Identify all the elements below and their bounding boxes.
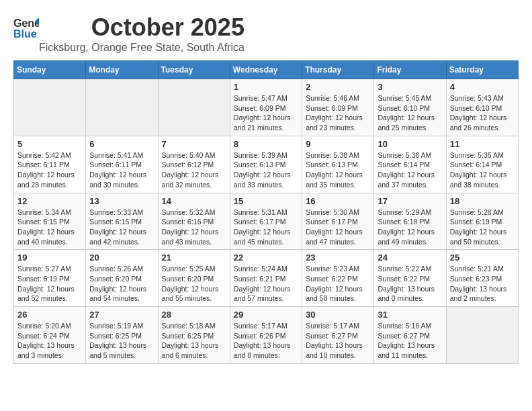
table-row bbox=[446, 307, 518, 364]
day-number: 31 bbox=[378, 310, 442, 320]
day-info: Sunrise: 5:35 AM Sunset: 6:14 PM Dayligh… bbox=[450, 150, 515, 190]
day-info: Sunrise: 5:36 AM Sunset: 6:14 PM Dayligh… bbox=[378, 150, 442, 190]
table-row: 11Sunrise: 5:35 AM Sunset: 6:14 PM Dayli… bbox=[446, 136, 518, 193]
day-info: Sunrise: 5:29 AM Sunset: 6:18 PM Dayligh… bbox=[378, 208, 442, 247]
svg-text:Blue: Blue bbox=[13, 28, 37, 39]
day-info: Sunrise: 5:24 AM Sunset: 6:21 PM Dayligh… bbox=[234, 264, 298, 304]
day-info: Sunrise: 5:40 AM Sunset: 6:12 PM Dayligh… bbox=[162, 150, 226, 190]
header-monday: Monday bbox=[86, 61, 158, 79]
month-title: October 2025 bbox=[39, 13, 245, 42]
day-number: 16 bbox=[306, 196, 370, 206]
day-info: Sunrise: 5:47 AM Sunset: 6:09 PM Dayligh… bbox=[234, 93, 298, 133]
table-row: 16Sunrise: 5:30 AM Sunset: 6:17 PM Dayli… bbox=[302, 193, 374, 250]
day-number: 28 bbox=[162, 310, 226, 320]
table-row: 10Sunrise: 5:36 AM Sunset: 6:14 PM Dayli… bbox=[374, 136, 446, 193]
table-row: 27Sunrise: 5:19 AM Sunset: 6:25 PM Dayli… bbox=[86, 307, 158, 364]
table-row: 19Sunrise: 5:27 AM Sunset: 6:19 PM Dayli… bbox=[14, 250, 86, 307]
day-number: 20 bbox=[89, 253, 154, 263]
table-row: 29Sunrise: 5:17 AM Sunset: 6:26 PM Dayli… bbox=[230, 307, 302, 364]
day-number: 9 bbox=[306, 139, 370, 149]
day-number: 2 bbox=[306, 82, 370, 92]
day-number: 24 bbox=[378, 253, 442, 263]
calendar-body: 1Sunrise: 5:47 AM Sunset: 6:09 PM Daylig… bbox=[14, 79, 519, 364]
table-row: 25Sunrise: 5:21 AM Sunset: 6:23 PM Dayli… bbox=[446, 250, 518, 307]
table-row: 23Sunrise: 5:23 AM Sunset: 6:22 PM Dayli… bbox=[302, 250, 374, 307]
day-number: 26 bbox=[17, 310, 82, 320]
table-row bbox=[14, 79, 86, 136]
day-info: Sunrise: 5:23 AM Sunset: 6:22 PM Dayligh… bbox=[306, 264, 370, 304]
day-number: 13 bbox=[89, 196, 154, 206]
header-saturday: Saturday bbox=[446, 61, 518, 79]
day-number: 12 bbox=[17, 196, 82, 206]
day-number: 1 bbox=[234, 82, 298, 92]
logo: General Blue bbox=[13, 13, 39, 39]
day-info: Sunrise: 5:43 AM Sunset: 6:10 PM Dayligh… bbox=[450, 93, 515, 133]
table-row bbox=[158, 79, 230, 136]
header-wednesday: Wednesday bbox=[230, 61, 302, 79]
day-number: 25 bbox=[450, 253, 515, 263]
day-info: Sunrise: 5:28 AM Sunset: 6:19 PM Dayligh… bbox=[450, 208, 515, 247]
day-info: Sunrise: 5:17 AM Sunset: 6:26 PM Dayligh… bbox=[234, 321, 298, 361]
table-row: 28Sunrise: 5:18 AM Sunset: 6:25 PM Dayli… bbox=[158, 307, 230, 364]
day-number: 21 bbox=[162, 253, 226, 263]
day-info: Sunrise: 5:25 AM Sunset: 6:20 PM Dayligh… bbox=[162, 264, 226, 304]
day-number: 23 bbox=[306, 253, 370, 263]
day-number: 18 bbox=[450, 196, 515, 206]
table-row: 26Sunrise: 5:20 AM Sunset: 6:24 PM Dayli… bbox=[14, 307, 86, 364]
day-info: Sunrise: 5:19 AM Sunset: 6:25 PM Dayligh… bbox=[89, 321, 154, 361]
day-number: 17 bbox=[378, 196, 442, 206]
table-row: 21Sunrise: 5:25 AM Sunset: 6:20 PM Dayli… bbox=[158, 250, 230, 307]
table-row: 8Sunrise: 5:39 AM Sunset: 6:13 PM Daylig… bbox=[230, 136, 302, 193]
calendar-header: Sunday Monday Tuesday Wednesday Thursday… bbox=[14, 61, 519, 79]
day-number: 11 bbox=[450, 139, 515, 149]
header-friday: Friday bbox=[374, 61, 446, 79]
table-row: 30Sunrise: 5:17 AM Sunset: 6:27 PM Dayli… bbox=[302, 307, 374, 364]
day-number: 7 bbox=[162, 139, 226, 149]
day-info: Sunrise: 5:46 AM Sunset: 6:09 PM Dayligh… bbox=[306, 93, 370, 133]
day-info: Sunrise: 5:32 AM Sunset: 6:16 PM Dayligh… bbox=[162, 208, 226, 247]
day-number: 27 bbox=[89, 310, 154, 320]
day-number: 4 bbox=[450, 82, 515, 92]
table-row: 6Sunrise: 5:41 AM Sunset: 6:11 PM Daylig… bbox=[86, 136, 158, 193]
day-number: 5 bbox=[17, 139, 82, 149]
day-info: Sunrise: 5:41 AM Sunset: 6:11 PM Dayligh… bbox=[89, 150, 154, 190]
table-row: 12Sunrise: 5:34 AM Sunset: 6:15 PM Dayli… bbox=[14, 193, 86, 250]
calendar-table: Sunday Monday Tuesday Wednesday Thursday… bbox=[13, 60, 519, 364]
day-number: 8 bbox=[234, 139, 298, 149]
day-info: Sunrise: 5:45 AM Sunset: 6:10 PM Dayligh… bbox=[378, 93, 442, 133]
day-info: Sunrise: 5:21 AM Sunset: 6:23 PM Dayligh… bbox=[450, 264, 515, 304]
day-info: Sunrise: 5:42 AM Sunset: 6:11 PM Dayligh… bbox=[17, 150, 82, 190]
table-row bbox=[86, 79, 158, 136]
day-info: Sunrise: 5:33 AM Sunset: 6:15 PM Dayligh… bbox=[89, 208, 154, 247]
svg-text:General: General bbox=[13, 17, 39, 29]
day-number: 14 bbox=[162, 196, 226, 206]
logo-icon: General Blue bbox=[13, 13, 39, 39]
table-row: 5Sunrise: 5:42 AM Sunset: 6:11 PM Daylig… bbox=[14, 136, 86, 193]
day-number: 15 bbox=[234, 196, 298, 206]
table-row: 2Sunrise: 5:46 AM Sunset: 6:09 PM Daylig… bbox=[302, 79, 374, 136]
day-number: 29 bbox=[234, 310, 298, 320]
table-row: 20Sunrise: 5:26 AM Sunset: 6:20 PM Dayli… bbox=[86, 250, 158, 307]
day-number: 3 bbox=[378, 82, 442, 92]
day-number: 6 bbox=[89, 139, 154, 149]
day-number: 30 bbox=[306, 310, 370, 320]
day-info: Sunrise: 5:38 AM Sunset: 6:13 PM Dayligh… bbox=[306, 150, 370, 190]
day-info: Sunrise: 5:26 AM Sunset: 6:20 PM Dayligh… bbox=[89, 264, 154, 304]
table-row: 15Sunrise: 5:31 AM Sunset: 6:17 PM Dayli… bbox=[230, 193, 302, 250]
day-info: Sunrise: 5:34 AM Sunset: 6:15 PM Dayligh… bbox=[17, 208, 82, 247]
day-info: Sunrise: 5:18 AM Sunset: 6:25 PM Dayligh… bbox=[162, 321, 226, 361]
day-info: Sunrise: 5:27 AM Sunset: 6:19 PM Dayligh… bbox=[17, 264, 82, 304]
header-thursday: Thursday bbox=[302, 61, 374, 79]
table-row: 14Sunrise: 5:32 AM Sunset: 6:16 PM Dayli… bbox=[158, 193, 230, 250]
day-info: Sunrise: 5:17 AM Sunset: 6:27 PM Dayligh… bbox=[306, 321, 370, 361]
day-info: Sunrise: 5:30 AM Sunset: 6:17 PM Dayligh… bbox=[306, 208, 370, 247]
day-info: Sunrise: 5:39 AM Sunset: 6:13 PM Dayligh… bbox=[234, 150, 298, 190]
day-info: Sunrise: 5:22 AM Sunset: 6:22 PM Dayligh… bbox=[378, 264, 442, 304]
table-row: 31Sunrise: 5:16 AM Sunset: 6:27 PM Dayli… bbox=[374, 307, 446, 364]
table-row: 7Sunrise: 5:40 AM Sunset: 6:12 PM Daylig… bbox=[158, 136, 230, 193]
table-row: 24Sunrise: 5:22 AM Sunset: 6:22 PM Dayli… bbox=[374, 250, 446, 307]
table-row: 13Sunrise: 5:33 AM Sunset: 6:15 PM Dayli… bbox=[86, 193, 158, 250]
title-area: October 2025 Ficksburg, Orange Free Stat… bbox=[39, 13, 245, 54]
table-row: 1Sunrise: 5:47 AM Sunset: 6:09 PM Daylig… bbox=[230, 79, 302, 136]
table-row: 22Sunrise: 5:24 AM Sunset: 6:21 PM Dayli… bbox=[230, 250, 302, 307]
